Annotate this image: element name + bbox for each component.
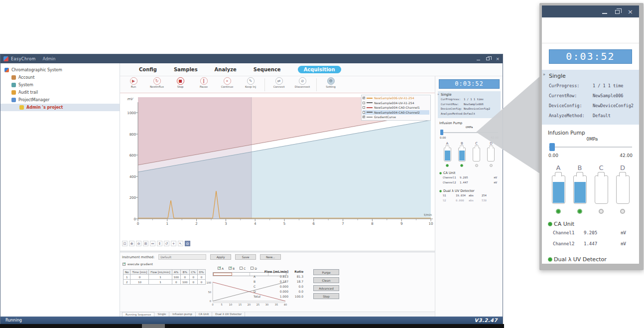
cell[interactable]: 0 [181,275,190,280]
tree-item-system[interactable]: System [0,81,120,89]
taskbar-app-button[interactable] [142,324,165,328]
zoom-out-icon[interactable]: ⊖ [136,241,141,246]
advanced-button[interactable]: Advanced [313,285,339,291]
legend-swatch [367,112,373,113]
new-method-button[interactable]: New... [260,254,281,260]
apply-button[interactable]: Apply [210,254,231,260]
connect-button[interactable]: ⇄ Connect [269,77,288,88]
crosshair-icon[interactable]: ⊙ [185,241,190,246]
x-tick-label: 2 [195,222,197,226]
bottle-led-on-icon[interactable] [460,164,463,167]
cell[interactable]: 0 [189,280,197,285]
tree-item-project-manager[interactable]: ProjectManager [0,96,120,104]
legend-checkbox-icon[interactable] [363,111,365,114]
tab-ca-unit[interactable]: CA Unit [196,312,213,317]
cell[interactable]: 1 [149,275,172,280]
save-button[interactable]: Save [235,254,256,260]
undo-zoom-icon[interactable]: ↺ [164,241,169,246]
cell[interactable]: 1 [149,280,172,285]
fit-icon[interactable]: ⊡ [122,241,128,246]
menu-samples[interactable]: Samples [174,67,198,72]
legend-checkbox-icon[interactable] [363,106,365,109]
next-influx-button[interactable]: ↻ NextInflux [147,77,166,88]
channel-c-checkbox[interactable] [240,267,243,270]
collapse-marker-icon[interactable]: » [543,72,545,77]
cell[interactable]: 0 [189,275,197,280]
tree-item-label: System [18,83,33,87]
slider-thumb[interactable] [549,143,555,151]
zoom-in-icon[interactable]: ⊕ [129,241,134,246]
keep-inj-button[interactable]: ✎ Keep Inj [241,77,260,88]
minimize-button[interactable] [477,57,480,61]
pause-button[interactable]: ‖ Pause [194,77,213,88]
cell[interactable]: 2 [124,280,130,285]
bottle-led-on-icon[interactable] [556,209,561,214]
minimize-icon [602,13,607,14]
x-tick-label: 4 [254,222,257,226]
cell[interactable]: 1 [124,275,130,280]
menu-config[interactable]: Config [139,67,157,72]
cell[interactable]: 0 [172,280,181,285]
tab-uv-detector[interactable]: Dual λ UV Detector [212,312,245,317]
zoom-x-icon[interactable]: ⇔ [150,241,155,246]
disconnect-button[interactable]: ⊘ Disconnect [293,77,312,88]
bottom-tab-bar: Running Sequence Single Infusion pump CA… [120,312,435,317]
channel-b-checkbox[interactable] [229,267,232,270]
cell[interactable]: 100 [172,275,181,280]
setting-button[interactable]: ⚙ Setting [321,77,340,88]
tree-item-audit-trail[interactable]: Audit trail [0,89,120,96]
cell[interactable]: 100 [181,280,190,285]
tree-item-chromatographic-system[interactable]: Chromatographic System [0,66,120,74]
tab-infusion-pump[interactable]: Infusion pump [169,312,195,317]
legend-checkbox-checked-icon[interactable] [363,97,365,99]
bottle-led-off-icon[interactable] [599,209,604,214]
pointer-icon[interactable]: ↖ [178,241,183,246]
run-button[interactable]: ▶ Run [124,77,143,88]
segment [232,273,251,276]
bottle-fill [459,151,465,161]
execute-gradient-row: execute gradient [123,262,153,266]
zoom-y-icon[interactable]: ⇕ [157,241,162,246]
y-ticks [136,113,138,219]
tab-running-sequence[interactable]: Running Sequence [122,312,154,317]
bottle-led-on-icon[interactable] [577,209,582,214]
zoom-window-icon[interactable]: ⊞ [143,241,148,246]
gradient-steps-table: No Time [min] Flow [mL/min] A% B% C% D% … [123,269,206,285]
purge-button[interactable]: Purge [313,269,339,275]
restore-button[interactable] [486,57,490,61]
execute-gradient-checkbox[interactable] [123,263,126,266]
close-button[interactable]: × [496,57,500,61]
clean-button[interactable]: Clean [313,277,339,283]
popup-close-button[interactable]: × [628,8,633,15]
menu-sequence[interactable]: Sequence [254,67,281,72]
channel-a-checkbox[interactable] [218,267,221,270]
restore-icon [615,10,620,14]
cell[interactable]: 0 [130,275,149,280]
elapsed-time-overlay [138,97,252,219]
bottle-led-on-icon[interactable] [446,164,449,167]
legend-checkbox-icon[interactable] [363,102,365,104]
col-flow: Flow [mL/min] [149,270,172,275]
legend-checkbox-checked-icon[interactable] [363,116,365,118]
slider-thumb[interactable] [440,130,443,135]
pan-icon[interactable]: + [171,241,176,246]
menu-analyze[interactable]: Analyze [215,67,237,72]
stop-button[interactable]: ■ Stop [171,77,190,88]
menu-acquisition[interactable]: Acquisition [298,66,341,73]
version-text: V3.2.47 [474,318,498,323]
legend-label: NewSample004-CA0-Channel2 [374,111,420,114]
collapse-marker-icon[interactable]: » [437,92,439,96]
tree-item-account[interactable]: Account [0,74,120,81]
popup-minimize-button[interactable] [602,8,607,15]
bottle-fill [553,182,564,203]
tab-single[interactable]: Single [154,312,169,317]
continue-button[interactable]: » Continue [218,77,237,88]
instrument-method-field[interactable]: Default [158,254,206,260]
cell[interactable]: 10 [130,280,149,285]
tree-item-admin-project[interactable]: Admin 's project [0,104,120,111]
y-tick-label: 600 [129,154,136,158]
popup-restore-button[interactable] [615,8,620,15]
stop-pump-button[interactable]: Stop [313,293,339,299]
bottle-a: A [442,142,452,167]
bottle-led-off-icon[interactable] [620,209,625,214]
